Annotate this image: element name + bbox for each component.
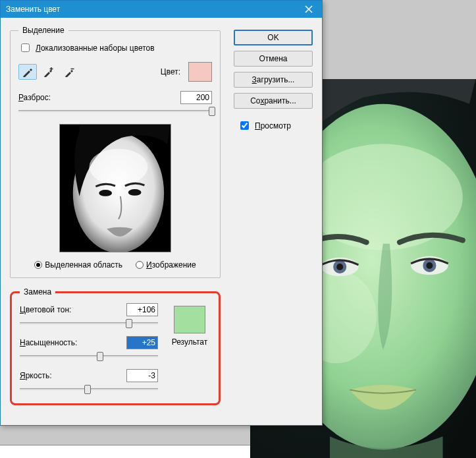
radio-icon	[34, 261, 42, 269]
localized-clusters-label: ЛЛокализованные наборы цветовокализованн…	[36, 43, 155, 53]
preview-label: Просмотр	[255, 121, 291, 130]
ruler	[0, 445, 250, 458]
lightness-label: Яркость:	[20, 371, 52, 380]
svg-point-9	[426, 262, 433, 269]
titlebar[interactable]: Заменить цвет	[1, 1, 322, 18]
preview-checkbox[interactable]: Просмотр	[234, 119, 313, 132]
radio-image-label: Изображение	[146, 260, 196, 270]
radio-icon	[136, 261, 144, 269]
slider-thumb[interactable]	[209, 107, 215, 116]
load-label: Загрузить...	[252, 75, 295, 84]
dialog-title: Заменить цвет	[6, 5, 60, 14]
result-swatch[interactable]	[174, 306, 205, 333]
radio-image[interactable]: Изображение	[136, 260, 196, 270]
ok-button[interactable]: OK	[234, 30, 313, 45]
eyedropper-tool[interactable]	[18, 64, 37, 80]
radio-selection-label: Выделенная область	[45, 260, 122, 270]
selection-legend: Выделение	[18, 26, 68, 35]
svg-point-13	[99, 190, 112, 196]
slider-thumb[interactable]	[126, 319, 132, 328]
slider-thumb[interactable]	[84, 385, 91, 394]
localized-clusters-checkbox[interactable]: ЛЛокализованные наборы цветовокализованн…	[18, 42, 212, 54]
color-swatch[interactable]	[188, 62, 212, 82]
svg-point-14	[128, 189, 142, 196]
save-label: Сохранить...	[250, 96, 296, 105]
cancel-label: Отмена	[259, 54, 287, 63]
fuzziness-label: Разброс:	[18, 93, 51, 102]
color-label: Цвет:	[161, 67, 180, 76]
eyedropper-add-tool[interactable]	[40, 64, 58, 80]
replacement-group: Замена Цветовой тон:	[10, 287, 221, 405]
eyedropper-subtract-tool[interactable]	[61, 64, 79, 80]
localized-clusters-input[interactable]	[21, 43, 30, 52]
close-button[interactable]	[296, 1, 322, 18]
close-icon	[305, 5, 313, 13]
saturation-slider[interactable]	[20, 351, 158, 362]
ok-label: OK	[267, 33, 278, 42]
selection-group: Выделение ЛЛокализованные наборы цветово…	[10, 26, 221, 278]
saturation-label: Насыщенность:	[20, 338, 77, 347]
lightness-slider[interactable]	[20, 384, 158, 395]
selection-preview	[59, 124, 171, 252]
radio-selection[interactable]: Выделенная область	[34, 260, 122, 270]
replacement-legend: Замена	[20, 287, 55, 297]
fuzziness-input[interactable]	[180, 91, 212, 104]
cancel-button[interactable]: Отмена	[234, 51, 313, 67]
hue-label: Цветовой тон:	[20, 305, 71, 314]
preview-checkbox-input[interactable]	[240, 121, 249, 130]
save-button[interactable]: Сохранить...	[234, 93, 313, 109]
eyedropper-minus-icon	[64, 66, 76, 78]
eyedropper-plus-icon	[43, 66, 55, 78]
slider-thumb[interactable]	[97, 352, 103, 361]
replace-color-dialog: Заменить цвет Выделение ЛЛокализованные …	[0, 0, 323, 426]
result-label: Результат	[172, 337, 208, 347]
hue-input[interactable]	[126, 303, 158, 316]
svg-point-6	[336, 264, 343, 270]
lightness-input[interactable]	[126, 369, 158, 382]
load-button[interactable]: Загрузить...	[234, 72, 313, 88]
fuzziness-slider[interactable]	[18, 105, 212, 117]
hue-slider[interactable]	[20, 318, 158, 329]
svg-point-12	[89, 149, 147, 185]
eyedropper-icon	[22, 66, 34, 78]
saturation-input[interactable]	[126, 336, 158, 349]
